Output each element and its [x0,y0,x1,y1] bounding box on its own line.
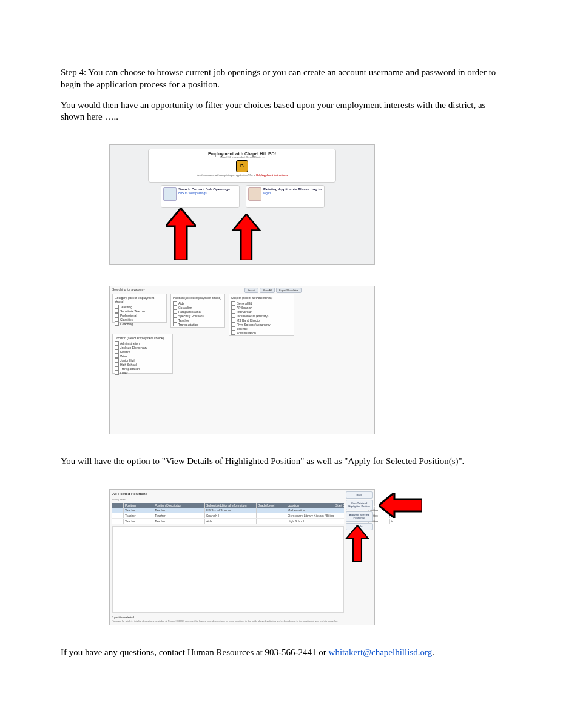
filter-checkbox[interactable]: Inclusion Asst (Primary) [231,314,292,318]
contact-paragraph: If you have any questions, contact Human… [61,647,502,659]
figure-1: Employment with Chapel Hill ISD! Chapel … [109,144,502,265]
district-logo-icon: B [236,160,248,172]
screenshot-browse-login: Employment with Chapel Hill ISD! Chapel … [109,144,375,265]
employment-banner: Employment with Chapel Hill ISD! Chapel … [148,149,336,183]
col-grade: Grade/Level [257,503,286,508]
card-right-link[interactable]: log in [263,191,322,195]
card-right-title: Existing Applicants Please Log in [263,187,322,191]
panel-title: Category (select employment choice) [115,296,164,303]
positions-header: All Posted Positions [112,492,147,496]
screenshot-search-filters: Searching for a vacancy Search Show All … [109,286,375,434]
banner-instructions: Need assistance with completing an appli… [151,174,333,177]
filter-checkbox[interactable]: Administration [115,341,170,345]
filter-checkbox[interactable]: Transportation [115,366,170,371]
filter-checkbox[interactable]: Substitute Teacher [115,309,164,313]
svg-marker-3 [347,525,368,562]
filter-checkbox[interactable]: Intervention [231,309,292,314]
search-openings-card[interactable]: Search Current Job Openings click to vie… [161,185,240,208]
panel-title: Subject (select all that interest) [231,296,292,300]
search-tab-label: Searching for a vacancy [112,288,145,291]
paragraph-filter: You would then have an opportunity to fi… [61,99,502,124]
filter-checkbox[interactable]: General Ed [231,301,292,305]
contact-text: If you have any questions, contact Human… [61,647,329,657]
filter-checkbox[interactable]: Teaching [115,305,164,309]
figure-2: Searching for a vacancy Search Show All … [109,286,502,434]
filter-checkbox[interactable]: Custodian [173,305,223,309]
filter-checkbox[interactable]: Paraprofessional [173,309,223,314]
panel-title: Position (select employment choice) [173,296,223,300]
category-panel: Category (select employment choice) Teac… [112,294,167,323]
existing-applicants-card[interactable]: Existing Applicants Please Log in log in [246,185,325,208]
filter-checkbox[interactable]: Teacher [173,318,223,322]
col-location: Location [286,503,334,508]
filter-checkbox[interactable]: Other [115,371,170,375]
col-select [112,503,124,508]
document-page: Step 4: You can choose to browse current… [0,0,563,704]
view-details-button[interactable]: View Details of Highlighted Position [346,500,373,510]
top-buttons: Search Show All Export/Show/Hide [244,288,302,293]
location-panel: Location (select employment choice) Admi… [112,334,173,374]
position-panel: Position (select employment choice) Aide… [170,294,225,328]
filter-checkbox[interactable]: Professional [115,313,164,317]
banner-subtitle: Chapel Hill Independent School District … [151,156,333,158]
svg-marker-1 [233,214,260,260]
panel-title: Location (select employment choice) [115,336,170,340]
svg-marker-0 [166,208,196,260]
filter-checkbox[interactable]: AP Spanish [231,305,292,309]
filter-checkbox[interactable]: Specialty Positions [173,314,223,318]
red-arrow-left-icon [379,493,422,518]
magnifier-icon [163,187,177,201]
red-arrow-up-icon [166,208,196,260]
export-button[interactable]: Export/Show/Hide [276,288,302,293]
footer-selected: 1 position selected To apply for a job i… [112,616,372,622]
filter-checkbox[interactable]: Junior High [115,358,170,362]
figure-3: All Posted Positions View | Select Posit… [109,489,502,625]
filter-checkbox[interactable]: Jackson Elementary [115,345,170,349]
view-select-label: View | Select [112,498,126,501]
paragraph-view-apply: You will have the option to "View Detail… [61,456,502,468]
filter-checkbox[interactable]: Wise [115,354,170,358]
show-all-button[interactable]: Show All [260,288,275,293]
filter-checkbox[interactable]: Transportation [173,322,223,326]
filter-checkbox[interactable]: Science [231,326,292,331]
person-icon [248,187,261,201]
paragraph-step4: Step 4: You can choose to browse current… [61,67,502,91]
grid-header-row: Position Position Description Subject/Ad… [112,503,344,508]
red-arrow-up-icon [345,525,370,562]
filter-checkbox[interactable]: Phys Science/Astronomy [231,322,292,326]
table-row[interactable]: Teacher Teacher Spanish I Elementary Lib… [112,513,344,519]
positions-grid: Position Position Description Subject/Ad… [112,503,344,524]
card-left-link[interactable]: click to view postings [178,191,230,195]
contact-email-link[interactable]: whitakert@chapelhillisd.org [329,647,433,657]
filter-checkbox[interactable]: Kissam [115,349,170,354]
filter-checkbox[interactable]: MS Band Director [231,318,292,322]
filter-checkbox[interactable]: Administration [231,331,292,335]
filter-checkbox[interactable]: Classified [115,317,164,322]
grid-body-empty [112,526,344,613]
apply-selected-button[interactable]: Apply for Selected Position(s) [346,511,373,522]
filter-checkbox[interactable]: High School [115,362,170,366]
table-row[interactable]: Teacher Teacher HS Social Science Mathem… [112,508,344,513]
red-arrow-up-icon [231,214,261,260]
svg-marker-2 [379,493,422,518]
subject-panel: Subject (select all that interest) Gener… [229,294,294,336]
table-row[interactable]: Teacher Teacher Aide High School active … [112,519,344,524]
side-buttons: Back View Details of Highlighted Positio… [346,491,373,530]
search-button[interactable]: Search [244,288,258,293]
col-subject: Subject/Additional Information [205,503,257,508]
back-button[interactable]: Back [346,491,373,499]
filter-checkbox[interactable]: Aide [173,301,223,305]
col-position: Position [124,503,153,508]
screenshot-positions-table: All Posted Positions View | Select Posit… [109,489,375,625]
col-desc: Position Description [153,503,205,508]
filter-checkbox[interactable]: Coaching [115,322,164,326]
